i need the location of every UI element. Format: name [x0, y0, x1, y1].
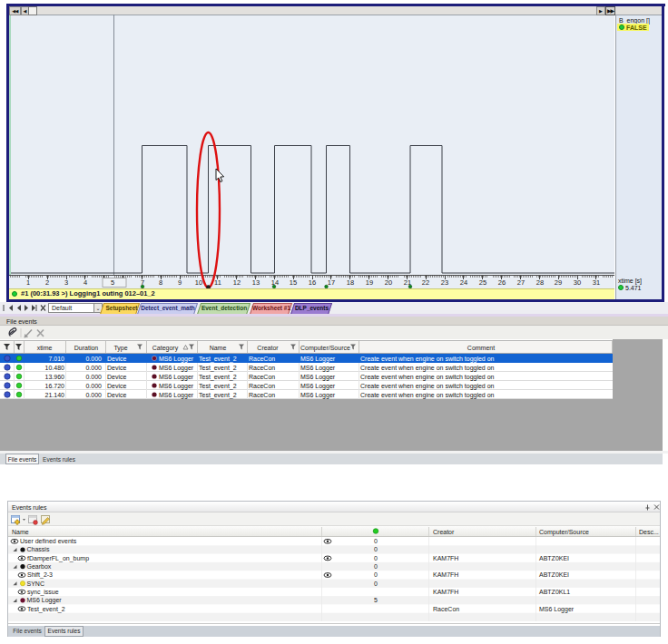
svg-text:Test_event_2: Test_event_2 — [199, 356, 237, 363]
svg-text:Computer/Source: Computer/Source — [300, 345, 350, 352]
svg-text:Shift_2-3: Shift_2-3 — [27, 571, 53, 579]
svg-text:Duration: Duration — [74, 345, 99, 351]
svg-text:21.140: 21.140 — [45, 392, 65, 398]
svg-text:Test_event_2: Test_event_2 — [199, 365, 237, 372]
svg-text:Device: Device — [107, 374, 127, 380]
svg-text:xtime: xtime — [37, 345, 53, 351]
svg-text:MS6 Logger: MS6 Logger — [27, 597, 63, 604]
svg-text:KAM7FH: KAM7FH — [433, 555, 458, 561]
svg-text:Device: Device — [107, 383, 127, 389]
svg-text:MS6 Logger: MS6 Logger — [300, 374, 336, 381]
svg-text:Create event when engine on sw: Create event when engine on switch toggl… — [360, 365, 495, 372]
svg-text:ABTZ0KL1: ABTZ0KL1 — [539, 589, 570, 595]
svg-text:Category: Category — [152, 345, 179, 352]
svg-text:KAM7FH: KAM7FH — [433, 571, 458, 578]
svg-text:Device: Device — [107, 356, 127, 362]
svg-text:RaceCon: RaceCon — [249, 383, 275, 389]
svg-text:Name: Name — [12, 529, 29, 535]
svg-text:MS6 Logger: MS6 Logger — [300, 365, 336, 372]
svg-text:fDamperFL_on_bump: fDamperFL_on_bump — [27, 555, 89, 562]
svg-text:0: 0 — [374, 555, 378, 561]
svg-text:Test_event_2: Test_event_2 — [27, 606, 65, 613]
svg-text:Create event when engine on sw: Create event when engine on switch toggl… — [360, 356, 495, 363]
svg-text:Test_event_2: Test_event_2 — [199, 392, 237, 399]
svg-text:0.000: 0.000 — [85, 392, 102, 398]
svg-text:RaceCon: RaceCon — [249, 356, 275, 362]
svg-text:ABTZ0KEI: ABTZ0KEI — [539, 571, 569, 578]
svg-text:MS6 Logger: MS6 Logger — [300, 383, 336, 390]
svg-text:Test_event_2: Test_event_2 — [199, 383, 237, 390]
svg-text:MS6 Logger: MS6 Logger — [300, 356, 336, 363]
svg-text:Type: Type — [113, 345, 127, 352]
svg-text:RaceCon: RaceCon — [249, 374, 275, 380]
svg-text:RaceCon: RaceCon — [249, 392, 275, 398]
svg-text:RaceCon: RaceCon — [433, 606, 459, 612]
svg-text:Name: Name — [210, 345, 227, 351]
svg-text:10.480: 10.480 — [45, 365, 65, 371]
svg-text:MS6 Logger: MS6 Logger — [539, 606, 575, 613]
svg-text:Creator: Creator — [433, 529, 455, 535]
svg-text:0: 0 — [374, 563, 378, 570]
svg-text:7.010: 7.010 — [48, 356, 64, 362]
svg-text:Create event when engine on sw: Create event when engine on switch toggl… — [360, 374, 495, 381]
svg-text:Device: Device — [107, 365, 127, 371]
svg-text:Gearbox: Gearbox — [27, 563, 52, 570]
svg-text:0.000: 0.000 — [85, 356, 102, 362]
svg-text:0.000: 0.000 — [85, 374, 102, 380]
svg-text:Create event when engine on sw: Create event when engine on switch toggl… — [360, 383, 495, 390]
svg-text:MS6 Logger: MS6 Logger — [159, 374, 194, 381]
svg-text:0.000: 0.000 — [85, 365, 102, 371]
svg-text:0: 0 — [374, 538, 378, 544]
svg-text:KAM7FH: KAM7FH — [433, 589, 458, 595]
svg-text:sync_issue: sync_issue — [27, 589, 59, 596]
svg-text:MS6 Logger: MS6 Logger — [159, 392, 194, 399]
svg-text:Computer/Source: Computer/Source — [539, 529, 589, 536]
svg-text:13.960: 13.960 — [45, 374, 65, 380]
svg-text:Chassis: Chassis — [27, 546, 50, 552]
svg-text:Device: Device — [107, 392, 127, 398]
svg-text:0: 0 — [374, 581, 378, 587]
svg-text:User defined events: User defined events — [20, 538, 77, 544]
svg-text:Creator: Creator — [257, 345, 279, 351]
svg-text:0: 0 — [374, 546, 378, 552]
svg-text:MS6 Logger: MS6 Logger — [159, 383, 194, 390]
svg-text:ABTZ0KEI: ABTZ0KEI — [539, 555, 569, 561]
svg-text:RaceCon: RaceCon — [249, 365, 275, 371]
svg-text:0.000: 0.000 — [85, 383, 102, 389]
svg-text:16.720: 16.720 — [45, 383, 65, 389]
svg-text:SYNC: SYNC — [27, 581, 44, 587]
svg-text:MS6 Logger: MS6 Logger — [159, 356, 194, 363]
svg-text:Desc...: Desc... — [639, 529, 659, 535]
svg-text:5: 5 — [374, 597, 378, 603]
svg-text:Test_event_2: Test_event_2 — [199, 374, 237, 381]
svg-text:Create event when engine on sw: Create event when engine on switch toggl… — [360, 392, 495, 399]
svg-text:0: 0 — [374, 571, 378, 578]
svg-text:MS6 Logger: MS6 Logger — [300, 392, 336, 399]
svg-text:Comment: Comment — [467, 345, 495, 351]
svg-text:MS6 Logger: MS6 Logger — [159, 365, 194, 372]
